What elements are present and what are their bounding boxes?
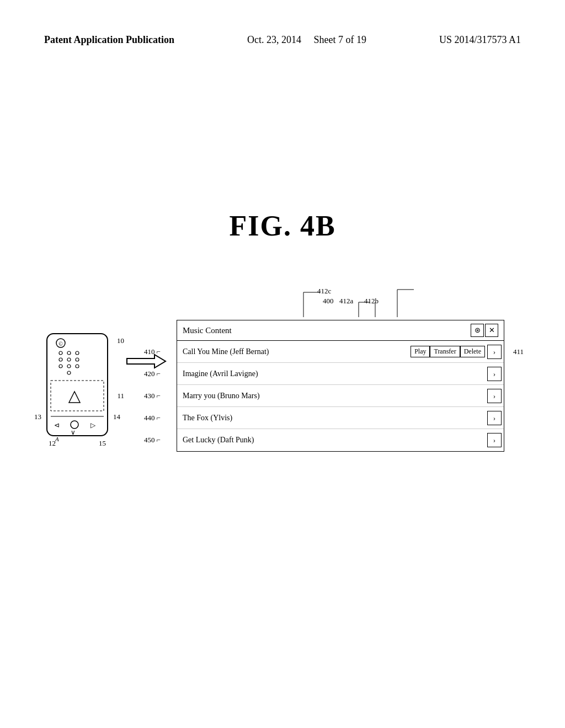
ref-12-text: 12 <box>49 439 56 447</box>
svg-text:⊲: ⊲ <box>54 421 60 429</box>
transfer-button-410[interactable]: Transfer <box>430 346 460 357</box>
expand-btn-450[interactable]: › <box>487 433 502 447</box>
patent-number-text: US 2014/317573 A1 <box>439 34 521 45</box>
svg-marker-21 <box>127 355 166 368</box>
ref-11-text: 11 <box>117 392 124 400</box>
svg-point-11 <box>76 365 79 368</box>
song-row-430: 430 ⌐ Marry you (Bruno Mars) › <box>177 385 504 407</box>
ref-450: 450 ⌐ <box>144 436 161 445</box>
svg-text:▷: ▷ <box>90 421 96 429</box>
settings-icon: ⊛ <box>475 326 481 335</box>
svg-point-7 <box>67 358 71 361</box>
svg-rect-0 <box>47 334 108 436</box>
ref-400-label: 400 <box>323 297 334 306</box>
svg-rect-13 <box>51 381 104 411</box>
ref-label-11: 11 <box>117 392 124 400</box>
ref-label-14: 14 <box>113 413 120 421</box>
song-title-450: Get Lucky (Daft Punk) <box>183 436 487 445</box>
song-title-420: Imagine (Avril Lavigne) <box>183 370 487 378</box>
song-row-410: 410 ⌐ Call You Mine (Jeff Bernat) Play T… <box>177 341 504 363</box>
ref-410: 410 ⌐ <box>144 347 161 356</box>
svg-marker-14 <box>69 392 80 403</box>
ref-440: 440 ⌐ <box>144 414 161 422</box>
song-row-420: 420 ⌐ Imagine (Avril Lavigne) › <box>177 363 504 385</box>
device-sketch: © ⊲ ▷ ∨ A <box>44 331 110 449</box>
svg-point-4 <box>67 351 71 355</box>
ref-420: 420 ⌐ <box>144 370 161 378</box>
panel-icon-buttons[interactable]: ⊛ ✕ <box>471 324 498 337</box>
device-svg: © ⊲ ▷ ∨ A <box>44 331 110 447</box>
figure-label-text: FIG. 4B <box>229 210 335 242</box>
publication-date: Oct. 23, 2014 <box>247 34 301 45</box>
patent-publication-text: Patent Application Publication <box>44 34 174 45</box>
chevron-right-icon-420: › <box>493 370 495 378</box>
svg-point-17 <box>71 421 78 429</box>
date-sheet-info: Oct. 23, 2014 Sheet 7 of 19 <box>247 33 366 47</box>
expand-btn-410[interactable]: › <box>487 345 502 359</box>
ref-412a-label: 412a <box>339 297 353 306</box>
ref-412b-label: 412b <box>364 297 379 306</box>
song-title-410: Call You Mine (Jeff Bernat) <box>183 347 411 356</box>
expand-btn-430[interactable]: › <box>487 389 502 403</box>
ref-label-10: 10 <box>117 336 124 345</box>
ref-412c-label: 412c <box>317 287 331 296</box>
song-title-430: Marry you (Bruno Mars) <box>183 392 487 400</box>
music-content-panel: Music Content ⊛ ✕ 410 ⌐ Call You Mine (J… <box>177 320 504 452</box>
svg-point-5 <box>76 351 79 355</box>
ref-label-12: 12 <box>49 439 56 448</box>
figure-label: FIG. 4B <box>229 210 335 242</box>
svg-point-9 <box>59 365 62 368</box>
close-icon: ✕ <box>489 326 495 335</box>
ref-430: 430 ⌐ <box>144 392 161 400</box>
ref-15-text: 15 <box>99 439 106 447</box>
panel-title-text: Music Content <box>183 326 232 335</box>
svg-text:∨: ∨ <box>71 429 76 436</box>
settings-icon-btn[interactable]: ⊛ <box>471 324 484 337</box>
ref-label-13: 13 <box>34 413 41 421</box>
song-row-450: 450 ⌐ Get Lucky (Daft Punk) › <box>177 429 504 451</box>
ref-13-text: 13 <box>34 413 41 421</box>
ref-14-text: 14 <box>113 413 120 421</box>
svg-point-8 <box>76 358 79 361</box>
chevron-right-icon-410: › <box>493 347 495 356</box>
svg-point-6 <box>59 358 62 361</box>
svg-point-10 <box>67 365 71 368</box>
delete-button-410[interactable]: Delete <box>460 346 485 357</box>
page-header: Patent Application Publication Oct. 23, … <box>0 33 565 47</box>
svg-text:©: © <box>58 341 63 347</box>
song-row-440: 440 ⌐ The Fox (Ylvis) › <box>177 407 504 429</box>
ref-10-text: 10 <box>117 336 124 345</box>
song-title-440: The Fox (Ylvis) <box>183 414 487 422</box>
ref-411-label: 411 <box>513 347 524 356</box>
play-button-410[interactable]: Play <box>411 346 430 357</box>
ref-label-15: 15 <box>99 439 106 448</box>
publication-label: Patent Application Publication <box>44 33 174 47</box>
expand-btn-420[interactable]: › <box>487 367 502 381</box>
svg-point-12 <box>67 371 71 374</box>
panel-refs-area: 412c 400 412a 412b <box>177 287 504 320</box>
music-panel-container: 412c 400 412a 412b Music Content ⊛ ✕ <box>177 287 504 452</box>
panel-header: Music Content ⊛ ✕ <box>177 320 504 341</box>
svg-point-3 <box>59 351 62 355</box>
chevron-right-icon-430: › <box>493 392 495 400</box>
close-icon-btn[interactable]: ✕ <box>485 324 498 337</box>
song-actions-410[interactable]: Play Transfer Delete <box>411 346 485 357</box>
patent-number: US 2014/317573 A1 <box>439 33 521 47</box>
sheet-number: Sheet 7 of 19 <box>314 34 366 45</box>
chevron-right-icon-440: › <box>493 414 495 422</box>
expand-btn-440[interactable]: › <box>487 411 502 425</box>
chevron-right-icon-450: › <box>493 436 495 445</box>
